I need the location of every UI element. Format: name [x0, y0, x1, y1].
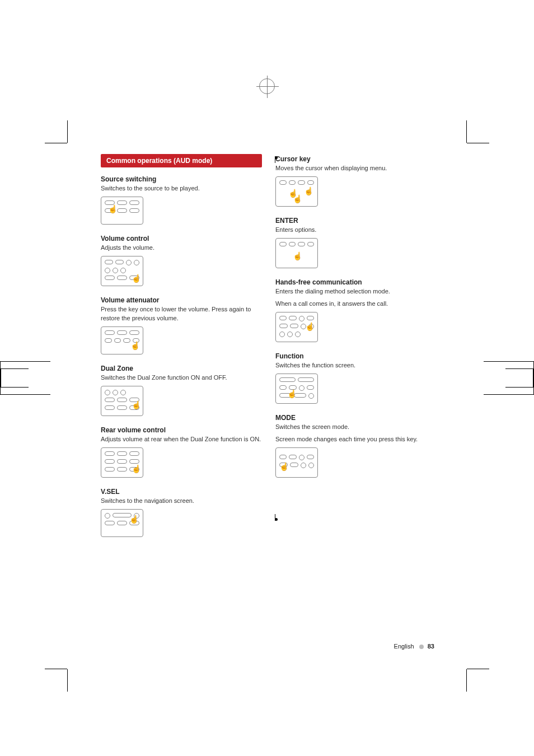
description: Enters options.	[275, 226, 437, 235]
remote-diagram-icon: ☝	[275, 238, 318, 268]
fold-mark-icon	[0, 361, 50, 395]
description: Adjusts volume at rear when the Dual Zon…	[101, 435, 262, 444]
remote-diagram-icon: ☝	[275, 374, 318, 404]
crop-mark-icon	[466, 669, 467, 692]
column-marker-icon	[275, 514, 275, 521]
description: Switches to the navigation screen.	[101, 497, 262, 506]
remote-diagram-icon: ☝	[101, 256, 143, 286]
fold-mark-icon	[484, 361, 534, 395]
item-volume-attenuator: Volume attenuator Press the key once to …	[101, 296, 262, 354]
heading: Cursor key	[275, 155, 437, 163]
description: Switches the Dual Zone function ON and O…	[101, 374, 262, 382]
page-number: 83	[428, 643, 434, 650]
remote-diagram-icon: ☝	[101, 509, 143, 537]
pointer-hand-icon: ☝	[132, 401, 140, 410]
description: Adjusts the volume.	[101, 244, 262, 253]
column-marker-icon	[275, 156, 275, 163]
crop-mark-icon	[467, 669, 489, 669]
item-source-switching: Source switching Switches to the source …	[101, 175, 262, 225]
item-cursor-key: Cursor key Moves the cursor when display…	[275, 155, 437, 207]
right-column: Cursor key Moves the cursor when display…	[275, 154, 437, 547]
page-footer: English 83	[394, 643, 434, 650]
remote-diagram-icon: ☝	[101, 197, 143, 225]
heading: Volume control	[101, 235, 262, 242]
pointer-hand-icon: ☝	[129, 515, 138, 524]
content-area: Common operations (AUD mode) Source swit…	[101, 154, 437, 547]
remote-diagram-icon: ☝	[275, 447, 318, 478]
item-enter: ENTER Enters options. ☝	[275, 217, 437, 268]
heading: Rear volume control	[101, 426, 262, 434]
registration-mark-icon	[259, 78, 275, 94]
description: Screen mode changes each time you press …	[275, 435, 437, 444]
remote-diagram-icon: ☝	[101, 326, 143, 354]
pointer-hand-icon: ☝	[287, 390, 296, 399]
pointer-hand-icon: ☝	[304, 187, 313, 196]
bullet-icon	[419, 645, 424, 649]
heading: ENTER	[275, 217, 437, 225]
remote-diagram-icon: ☝	[101, 447, 143, 478]
description: Press the key once to lower the volume. …	[101, 305, 262, 323]
pointer-hand-icon: ☝	[293, 195, 302, 204]
page: Common operations (AUD mode) Source swit…	[0, 0, 534, 756]
heading: MODE	[275, 414, 437, 422]
item-dual-zone: Dual Zone Switches the Dual Zone functio…	[101, 365, 262, 416]
item-function: Function Switches the function screen. ☝	[275, 352, 437, 404]
remote-diagram-icon: ☝	[101, 386, 143, 416]
item-rear-volume: Rear volume control Adjusts volume at re…	[101, 426, 262, 478]
crop-mark-icon	[67, 669, 68, 692]
heading: Function	[275, 352, 437, 360]
pointer-hand-icon: ☝	[132, 465, 140, 474]
heading: V.SEL	[101, 488, 262, 496]
crop-mark-icon	[45, 143, 67, 143]
left-column: Common operations (AUD mode) Source swit…	[101, 154, 262, 547]
crop-mark-icon	[67, 120, 68, 143]
heading: Volume attenuator	[101, 296, 262, 304]
description: Enters the dialing method selection mode…	[275, 287, 437, 296]
heading: Hands-free communication	[275, 278, 437, 286]
pointer-hand-icon: ☝	[132, 274, 140, 283]
description: When a call comes in, it answers the cal…	[275, 300, 437, 309]
crop-mark-icon	[45, 669, 67, 669]
pointer-hand-icon: ☝	[293, 252, 302, 261]
item-volume-control: Volume control Adjusts the volume. ☝	[101, 235, 262, 286]
item-mode: MODE Switches the screen mode. Screen mo…	[275, 414, 437, 478]
pointer-hand-icon: ☝	[305, 323, 314, 332]
pointer-hand-icon: ☝	[108, 205, 117, 214]
item-vsel: V.SEL Switches to the navigation screen.…	[101, 488, 262, 537]
description: Moves the cursor when displaying menu.	[275, 164, 437, 173]
pointer-hand-icon: ☝	[279, 463, 288, 472]
footer-language: English	[394, 643, 414, 650]
remote-diagram-icon: ☝ ☝ ☝	[275, 176, 318, 207]
crop-mark-icon	[466, 120, 467, 143]
section-header: Common operations (AUD mode)	[101, 154, 262, 167]
heading: Source switching	[101, 175, 262, 183]
crop-mark-icon	[467, 143, 489, 143]
remote-diagram-icon: ☝	[275, 312, 318, 342]
description: Switches to the source to be played.	[101, 184, 262, 193]
description: Switches the screen mode.	[275, 423, 437, 432]
description: Switches the function screen.	[275, 361, 437, 370]
item-hands-free: Hands-free communication Enters the dial…	[275, 278, 437, 342]
pointer-hand-icon: ☝	[130, 342, 139, 351]
heading: Dual Zone	[101, 365, 262, 372]
